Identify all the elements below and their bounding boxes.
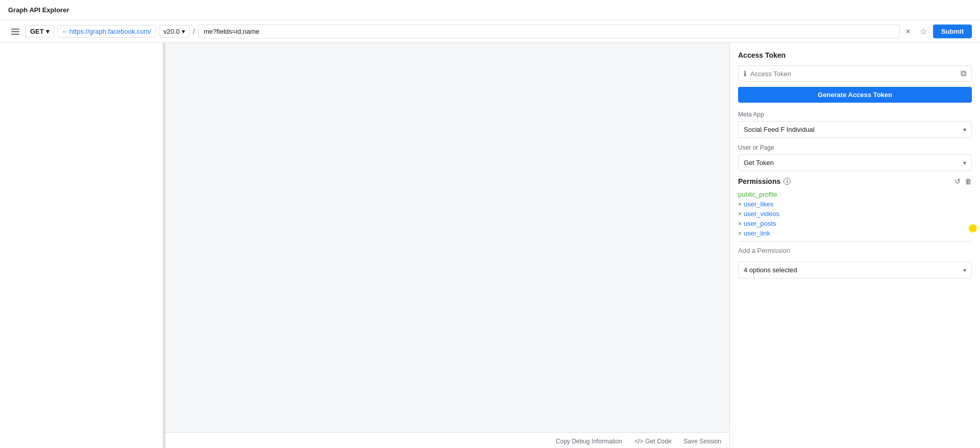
access-token-title: Access Token [738, 51, 972, 59]
base-url-display: ← https://graph.facebook.com/ [57, 25, 156, 38]
options-selected-dropdown[interactable]: 4 options selected ▾ [738, 262, 972, 278]
base-url-text: https://graph.facebook.com/ [69, 28, 151, 35]
app-title: Graph API Explorer [8, 6, 69, 14]
user-or-page-chevron-icon: ▾ [963, 159, 966, 167]
permission-remove-user-likes[interactable]: × [738, 201, 742, 208]
permissions-section: Permissions i ↺ 🗑 public_profile × user_… [738, 177, 972, 278]
hamburger-menu-button[interactable] [8, 27, 22, 37]
center-panel: Copy Debug Information </> Get Code Save… [165, 43, 730, 448]
permissions-header: Permissions i ↺ 🗑 [738, 177, 972, 185]
permission-user-likes: × user_likes [738, 200, 972, 208]
permission-name-user-link: user_link [744, 229, 770, 237]
star-button[interactable]: ☆ [917, 26, 930, 37]
version-dropdown[interactable]: v20.0 ▾ [159, 25, 190, 38]
add-permission-row [738, 241, 972, 256]
permission-name-user-videos: user_videos [744, 210, 779, 218]
save-session-button[interactable]: Save Session [684, 438, 721, 445]
permission-user-videos: × user_videos [738, 210, 972, 218]
clear-button[interactable]: × [903, 26, 914, 37]
permission-remove-user-posts[interactable]: × [738, 220, 742, 227]
main-layout: Copy Debug Information </> Get Code Save… [0, 43, 980, 448]
permissions-info-icon[interactable]: i [783, 178, 791, 185]
meta-app-section: Meta App Social Feed F Individual ▾ [738, 111, 972, 138]
permissions-actions: ↺ 🗑 [954, 177, 972, 185]
meta-app-chevron-icon: ▾ [963, 126, 966, 133]
permission-public-profile: public_profile [738, 191, 972, 198]
submit-button[interactable]: Submit [933, 25, 972, 38]
query-input[interactable] [198, 25, 900, 38]
get-code-button[interactable]: </> Get Code [634, 438, 672, 445]
save-session-label: Save Session [684, 438, 721, 445]
user-or-page-section: User or Page Get Token ▾ [738, 144, 972, 171]
method-dropdown[interactable]: GET ▾ [26, 25, 54, 38]
permission-remove-user-link[interactable]: × [738, 230, 742, 237]
top-bar: Graph API Explorer [0, 0, 980, 20]
user-or-page-label: User or Page [738, 144, 972, 151]
toolbar: GET ▾ ← https://graph.facebook.com/ v20.… [0, 20, 980, 43]
permission-name-user-likes: user_likes [744, 200, 774, 208]
permissions-reset-button[interactable]: ↺ [954, 177, 961, 185]
copy-debug-label: Copy Debug Information [556, 438, 622, 445]
permission-name-public-profile: public_profile [738, 191, 777, 198]
left-panel [0, 43, 163, 448]
user-or-page-selected: Get Token [744, 159, 774, 167]
access-token-input-row: ℹ ⧉ [738, 65, 972, 82]
path-separator: / [193, 28, 195, 36]
code-icon: </> [634, 438, 643, 445]
add-permission-input[interactable] [738, 245, 972, 256]
version-label: v20.0 [163, 28, 180, 35]
generate-access-token-button[interactable]: Generate Access Token [738, 87, 972, 103]
permissions-delete-button[interactable]: 🗑 [965, 177, 972, 185]
token-copy-button[interactable]: ⧉ [961, 69, 966, 78]
yellow-dot-indicator [969, 224, 977, 232]
meta-app-selected: Social Feed F Individual [744, 126, 815, 133]
permission-remove-user-videos[interactable]: × [738, 210, 742, 218]
right-panel: Access Token ℹ ⧉ Generate Access Token M… [730, 43, 980, 448]
permission-user-posts: × user_posts [738, 220, 972, 227]
permission-name-user-posts: user_posts [744, 220, 776, 227]
options-selected-chevron-icon: ▾ [963, 267, 966, 274]
center-content-area [165, 43, 729, 432]
access-token-input[interactable] [750, 70, 957, 78]
method-label: GET [30, 28, 44, 35]
center-footer: Copy Debug Information </> Get Code Save… [165, 432, 729, 448]
permissions-title: Permissions [738, 177, 780, 185]
options-selected-text: 4 options selected [744, 266, 797, 274]
permission-user-link: × user_link [738, 229, 972, 237]
get-code-label: Get Code [645, 438, 671, 445]
permissions-list: public_profile × user_likes × user_video… [738, 191, 972, 237]
user-or-page-dropdown[interactable]: Get Token ▾ [738, 154, 972, 171]
copy-debug-button[interactable]: Copy Debug Information [556, 438, 622, 445]
meta-app-label: Meta App [738, 111, 972, 118]
arrow-left-icon: ← [62, 28, 68, 35]
info-icon: ℹ [744, 69, 746, 78]
method-chevron-icon: ▾ [46, 28, 50, 35]
meta-app-dropdown[interactable]: Social Feed F Individual ▾ [738, 121, 972, 138]
version-chevron-icon: ▾ [182, 28, 185, 35]
permissions-title-row: Permissions i [738, 177, 791, 185]
